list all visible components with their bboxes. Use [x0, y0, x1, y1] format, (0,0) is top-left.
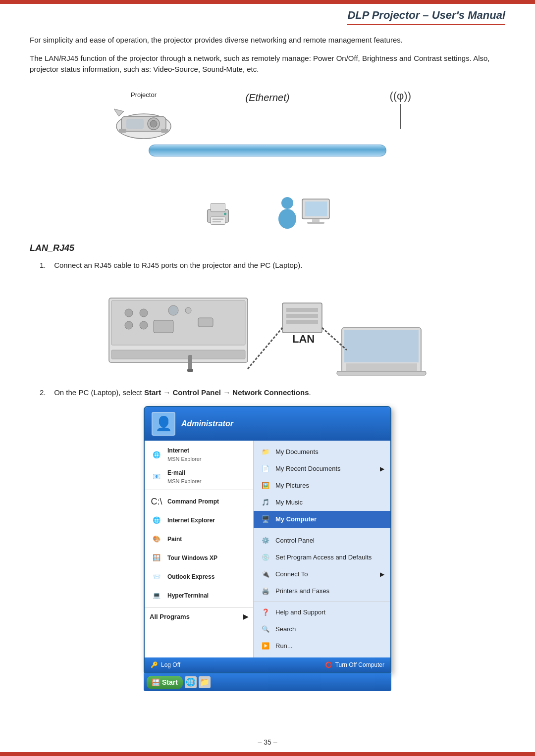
startmenu-item-tour[interactable]: 🪟 Tour Windows XP [145, 549, 253, 567]
svg-point-23 [140, 309, 148, 317]
svg-rect-5 [119, 129, 126, 133]
recentdocs-arrow: ▶ [380, 464, 384, 473]
startmenu-item-run[interactable]: ▶️ Run... [254, 638, 390, 655]
step2-prefix: On the PC (Laptop), select [54, 388, 144, 397]
svg-rect-6 [161, 129, 168, 133]
startmenu-item-printers[interactable]: 🖨️ Printers and Faxes [254, 583, 390, 600]
footer-logoff[interactable]: 🔑 Log Off [151, 660, 180, 669]
startmenu-item-hyper[interactable]: 💻 HyperTerminal [145, 586, 253, 605]
startmenu-item-connectto[interactable]: 🔌 Connect To ▶ [254, 566, 390, 583]
left-divider1 [145, 490, 253, 490]
svg-rect-29 [198, 318, 213, 327]
setprogram-icon: 💿 [260, 552, 271, 563]
svg-point-26 [125, 321, 133, 329]
startmenu-item-allprograms[interactable]: All Programs ▶ [145, 609, 253, 624]
connectto-icon: 🔌 [260, 568, 271, 580]
run-label: Run... [275, 641, 293, 651]
internet-label: Internet [167, 446, 248, 455]
svg-point-14 [281, 197, 293, 209]
startmenu-footer: 🔑 Log Off ⭕ Turn Off Computer [145, 657, 390, 672]
footer-turnoff[interactable]: ⭕ Turn Off Computer [325, 660, 384, 669]
taskbar-icon1[interactable]: 🌐 [185, 676, 197, 688]
startmenu-item-help[interactable]: ❓ Help and Support [254, 604, 390, 621]
startmenu-item-setprogram[interactable]: 💿 Set Program Access and Defaults [254, 549, 390, 566]
mydocs-icon: 📁 [260, 446, 271, 458]
svg-rect-30 [111, 350, 245, 359]
connectto-label: Connect To [275, 569, 308, 579]
startmenu-item-controlpanel[interactable]: ⚙️ Control Panel [254, 532, 390, 549]
email-label: E-mail [167, 468, 248, 477]
ie-icon: 🌐 [150, 513, 163, 527]
taskbar-icon2[interactable]: 📁 [199, 676, 211, 688]
top-bar [0, 0, 535, 4]
ethernet-diagram: Projector (Ethernet) [99, 85, 436, 184]
hyper-icon: 💻 [150, 589, 163, 603]
tour-label: Tour Windows XP [167, 554, 248, 562]
svg-rect-4 [126, 119, 144, 129]
step2-text: 2. On the PC (Laptop), select Start → Co… [40, 387, 505, 399]
ethernet-label: (Ethernet) [246, 90, 290, 105]
logoff-icon: 🔑 [151, 660, 158, 669]
startmenu-item-ie[interactable]: 🌐 Internet Explorer [145, 511, 253, 530]
turnoff-icon: ⭕ [325, 660, 332, 669]
header-underline [347, 24, 505, 25]
person-computer-device [272, 194, 332, 232]
projector-label: Projector [114, 90, 173, 100]
startmenu-item-search[interactable]: 🔍 Search [254, 621, 390, 638]
internet-icon: 🌐 [150, 448, 163, 461]
mycomputer-icon: 🖥️ [260, 513, 271, 525]
svg-point-25 [185, 307, 191, 313]
start-label: Start [162, 677, 178, 688]
outlook-icon: 📨 [150, 570, 163, 584]
svg-rect-31 [188, 355, 192, 370]
startmenu-header: 👤 Administrator [145, 407, 390, 441]
startmenu-body: 🌐 Internet MSN Explorer 📧 E-mail [145, 441, 390, 657]
help-label: Help and Support [275, 607, 325, 617]
tour-icon: 🪟 [150, 551, 163, 565]
startmenu-item-mydocs[interactable]: 📁 My Documents [254, 444, 390, 460]
step1-description: Connect an RJ45 cable to RJ45 ports on t… [54, 261, 302, 269]
startmenu-item-cmd[interactable]: C:\ Command Prompt [145, 492, 253, 511]
startmenu-item-outlook[interactable]: 📨 Outlook Express [145, 567, 253, 586]
svg-rect-32 [187, 369, 193, 372]
ethernet-cable [149, 145, 386, 156]
ie-label: Internet Explorer [167, 516, 248, 525]
step2-arrow1: → [161, 388, 172, 397]
startmenu-item-mypictures[interactable]: 🖼️ My Pictures [254, 477, 390, 494]
startmenu-item-mycomputer[interactable]: 🖥️ My Computer [254, 511, 390, 528]
step1-number: 1. [40, 261, 46, 269]
svg-rect-10 [211, 217, 225, 224]
mymusic-label: My Music [275, 498, 303, 507]
turnoff-label: Turn Off Computer [335, 660, 384, 669]
printer-device [203, 199, 233, 232]
startmenu-item-email[interactable]: 📧 E-mail MSN Explorer [145, 466, 253, 488]
printer-icon [203, 199, 233, 229]
step2-arrow2: → [221, 388, 232, 397]
startmenu-item-paint[interactable]: 🎨 Paint [145, 530, 253, 549]
svg-rect-34 [286, 308, 318, 312]
start-button[interactable]: 🪟 Start [147, 676, 183, 689]
search-icon: 🔍 [260, 623, 271, 635]
svg-text:LAN: LAN [292, 333, 315, 345]
mymusic-icon: 🎵 [260, 497, 271, 508]
right-divider2 [254, 602, 390, 602]
svg-rect-40 [344, 330, 419, 362]
startmenu-item-recentdocs[interactable]: 📄 My Recent Documents ▶ [254, 460, 390, 477]
svg-rect-41 [337, 371, 426, 375]
internet-sub: MSN Explorer [167, 455, 248, 463]
cmd-icon: C:\ [150, 495, 163, 508]
svg-rect-35 [286, 314, 318, 318]
email-sub: MSN Explorer [167, 477, 248, 486]
bottom-bar [0, 752, 535, 756]
svg-rect-9 [211, 203, 225, 211]
startmenu-item-mymusic[interactable]: 🎵 My Music [254, 494, 390, 511]
projector-box: Projector [114, 90, 173, 145]
startmenu-right: 📁 My Documents 📄 My Recent Documents ▶ [254, 441, 390, 657]
startmenu-left: 🌐 Internet MSN Explorer 📧 E-mail [145, 441, 254, 657]
startmenu-item-internet[interactable]: 🌐 Internet MSN Explorer [145, 444, 253, 466]
printers-label: Printers and Faxes [275, 586, 329, 596]
intro-para1: For simplicity and ease of operation, th… [30, 35, 505, 46]
mypictures-icon: 🖼️ [260, 480, 271, 492]
logoff-label: Log Off [161, 660, 180, 669]
cmd-label: Command Prompt [167, 497, 248, 506]
